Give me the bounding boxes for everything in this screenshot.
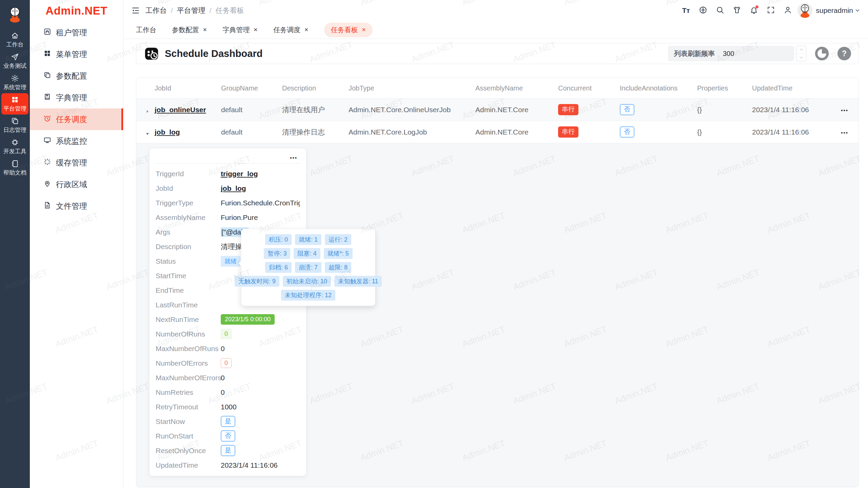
tooltip-badge-row: 暂停: 3阻塞: 4就绪*: 5 (264, 248, 352, 259)
search-button[interactable] (713, 3, 727, 18)
caret-right-icon (145, 107, 150, 112)
breadcrumb-item[interactable]: 工作台 (145, 6, 167, 15)
concurrent-cell: 串行 (558, 104, 620, 115)
detail-field-maxnumberofruns: MaxNumberOfRuns0 (156, 341, 300, 356)
status-legend-badge: 超限: 8 (325, 262, 351, 273)
copy-document-icon (43, 71, 51, 81)
divider (156, 163, 300, 164)
sidebar-item-region[interactable]: 行政区域 (30, 174, 123, 195)
profile-button[interactable] (781, 3, 795, 18)
status-legend-tooltip: 积压: 0就绪: 1运行: 2暂停: 3阻塞: 4就绪*: 5归档: 6崩溃: … (241, 229, 375, 306)
boolean-tag: 是 (221, 416, 235, 427)
assemblyname-cell: Admin.NET.Core (475, 106, 558, 114)
sidebar-item-file[interactable]: 文件管理 (30, 195, 123, 217)
font-size-button[interactable]: Tт (679, 3, 693, 18)
sidebar-item-label: 字典管理 (56, 93, 87, 103)
detail-field-numberofruns: NumberOfRuns0 (156, 327, 300, 341)
sidebar-item-schedule[interactable]: 任务调度 (30, 108, 123, 130)
notification-button[interactable] (747, 3, 761, 18)
trigger-detail-card: ••• TriggerIdtrigger_logJobIdjob_logTrig… (149, 148, 307, 476)
detail-field-value: job_log (221, 184, 246, 192)
detail-field-value: 2023/1/5 0:00:00 (221, 314, 275, 325)
number-of-runs-tag: 0 (221, 329, 232, 339)
column-header-label: JobId (155, 84, 171, 92)
rail-item-platform-admin[interactable]: 平台管理 (1, 93, 28, 115)
detail-value-link[interactable]: job_log (221, 184, 246, 192)
tab-config[interactable]: 参数配置✕ (172, 25, 207, 35)
fullscreen-button[interactable] (764, 3, 778, 18)
panel-header-tools: 列表刷新频率 300 ? (668, 46, 851, 61)
sidebar-item-tenant[interactable]: 租户管理 (30, 22, 123, 43)
rail-item-log-admin[interactable]: 日志管理 (0, 115, 30, 136)
detail-more-button[interactable]: ••• (290, 155, 297, 161)
tab-workbench[interactable]: 工作台 (136, 25, 156, 35)
chevron-down-icon[interactable] (854, 7, 861, 14)
groupname-cell: default (221, 106, 282, 114)
menu-fold-icon[interactable] (131, 6, 140, 15)
sidebar-item-monitor[interactable]: 系统监控 (30, 130, 123, 152)
detail-value-link[interactable]: trigger_log (221, 170, 258, 178)
detail-field-label: TriggerId (156, 170, 221, 178)
alarm-clock-icon (43, 115, 51, 124)
close-icon[interactable]: ✕ (254, 27, 258, 33)
sidebar-item-menu[interactable]: 菜单管理 (30, 43, 123, 65)
detail-field-label: NumRetries (156, 388, 221, 396)
stepper-up-icon[interactable] (796, 46, 806, 54)
help-button[interactable]: ? (837, 47, 851, 60)
detail-field-value: Furion.Schedule.CronTrigger (221, 199, 300, 207)
rail-item-system-admin[interactable]: 系统管理 (0, 72, 30, 93)
row-more-button[interactable]: ••• (841, 130, 848, 136)
close-icon[interactable]: ✕ (362, 27, 366, 33)
row-more-button[interactable]: ••• (841, 107, 848, 113)
sidebar-item-cache[interactable]: 缓存管理 (30, 152, 123, 174)
breadcrumb-current: 任务看板 (216, 6, 244, 15)
tab-schedule-board[interactable]: 任务看板✕ (324, 23, 373, 37)
job-stats-clock-button[interactable] (815, 47, 829, 60)
rail-item-business-test[interactable]: 业务测试 (0, 50, 30, 72)
detail-field-value: 0 (221, 374, 225, 382)
detail-field-label: Args (156, 228, 221, 236)
detail-field-triggerid: TriggerIdtrigger_log (156, 166, 300, 181)
status-legend-badge: 就绪*: 5 (324, 248, 353, 259)
detail-field-jobid: JobIdjob_log (156, 181, 300, 196)
username[interactable]: superadmin (816, 6, 853, 15)
refresh-frequency-value: 300 (723, 50, 734, 58)
close-icon[interactable]: ✕ (203, 27, 207, 33)
app-logo[interactable] (0, 0, 30, 29)
detail-field-label: Description (156, 243, 221, 251)
sidebar-item-label: 行政区域 (56, 179, 87, 190)
status-legend-badge: 无触发时间: 9 (235, 276, 279, 287)
updatedtime-cell: 2023/1/4 11:16:06 (752, 106, 827, 114)
description-cell: 清理在线用户 (282, 105, 349, 115)
status-tag[interactable]: 就绪 (221, 256, 240, 267)
detail-field-value: 1000 (221, 403, 237, 411)
detail-field-value: 0 (221, 345, 225, 353)
rail-item-label: 日志管理 (3, 126, 26, 134)
stepper-down-icon[interactable] (796, 54, 806, 61)
avatar[interactable] (797, 3, 812, 18)
tab-dictionary[interactable]: 字典管理✕ (223, 25, 258, 35)
sidebar-item-config[interactable]: 参数配置 (30, 65, 123, 87)
rail-item-dev-tools[interactable]: 开发工具 (0, 136, 30, 157)
breadcrumb-item[interactable]: 平台管理 (177, 6, 205, 15)
refresh-frequency-input[interactable]: 列表刷新频率 300 (668, 46, 794, 61)
job-id-link[interactable]: job_onlineUser (155, 106, 206, 114)
language-icon (699, 6, 707, 16)
schedule-dashboard-icon (144, 46, 159, 61)
language-button[interactable] (696, 3, 710, 18)
close-icon[interactable]: ✕ (304, 27, 309, 33)
rail-item-help-docs[interactable]: 帮助文档 (0, 157, 30, 179)
groupname-cell: default (221, 128, 282, 136)
rail-item-label: 平台管理 (3, 105, 26, 113)
concurrent-cell: 串行 (558, 126, 620, 138)
sidebar-item-dictionary[interactable]: 字典管理 (30, 87, 123, 108)
detail-field-label: NumberOfRuns (156, 330, 221, 338)
tab-schedule[interactable]: 任务调度✕ (273, 25, 309, 35)
rail-item-label: 系统管理 (3, 83, 26, 91)
top-navbar: 工作台 / 平台管理 / 任务看板 Tт superadmin (124, 0, 868, 21)
theme-button[interactable] (730, 3, 744, 18)
job-id-link[interactable]: job_log (155, 128, 180, 136)
tab-label: 参数配置 (172, 25, 199, 35)
rail-item-workbench[interactable]: 工作台 (0, 29, 30, 50)
status-legend-badge: 崩溃: 7 (295, 262, 321, 273)
